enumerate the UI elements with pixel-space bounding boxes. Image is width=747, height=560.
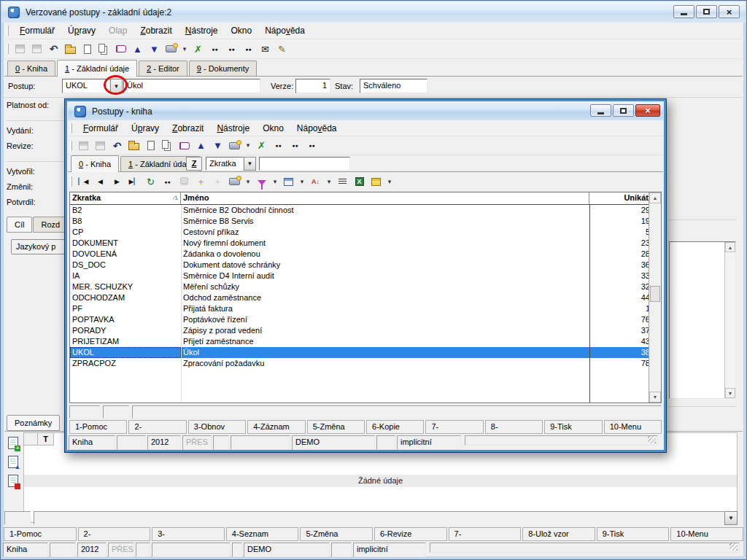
view-dropdown-icon[interactable]: ▾ <box>181 42 188 55</box>
scroll-up-icon[interactable]: ▲ <box>725 242 735 252</box>
view-icon[interactable] <box>228 175 241 188</box>
side-tab[interactable]: Cíl <box>7 217 32 233</box>
fkey-button[interactable]: 7- <box>425 420 483 434</box>
menu-item[interactable]: Formulář <box>77 120 125 136</box>
close-button[interactable] <box>719 5 740 18</box>
stamp-icon[interactable] <box>177 175 191 188</box>
table-row[interactable]: UKOL Úkol 38 <box>70 347 661 358</box>
excel-icon[interactable]: X <box>352 175 366 188</box>
language-button[interactable]: Jazykový p <box>11 239 65 254</box>
note-delete-icon[interactable] <box>8 475 18 487</box>
sort-icon[interactable]: A↓ <box>309 175 322 188</box>
menu-item[interactable]: Okno <box>256 120 290 136</box>
notes-icon[interactable]: ✎ <box>275 42 289 55</box>
excel-edit-icon[interactable]: ✗ <box>191 42 205 55</box>
filter-icon[interactable] <box>255 175 268 188</box>
save-close-icon[interactable] <box>93 139 107 152</box>
postup-name-field[interactable]: Úkol <box>123 79 260 93</box>
tab[interactable]: 0 - Kniha <box>71 155 119 172</box>
last-record-icon[interactable]: ▶▏ <box>127 175 141 188</box>
tab[interactable]: 0 - Kniha <box>7 61 55 76</box>
view-dropdown-icon[interactable]: ▾ <box>244 139 252 152</box>
scroll-up-icon[interactable]: ▲ <box>649 192 661 203</box>
table-row[interactable]: B2 Směrnice B2 Obchodní činnost 29 <box>70 205 661 216</box>
column-header-unikat[interactable]: Unikát <box>589 192 652 204</box>
move-down-icon[interactable]: ▼ <box>211 139 225 152</box>
fkey-button[interactable]: 7- <box>449 527 522 541</box>
find-icon[interactable]: ●● <box>271 139 285 152</box>
new-icon[interactable] <box>144 139 158 152</box>
fkey-button[interactable]: 2- <box>78 527 151 541</box>
note-up-icon[interactable] <box>8 456 18 468</box>
table-row[interactable]: PRIJETIZAM Přijetí zaměstnance 43 <box>70 336 661 347</box>
fkey-button[interactable]: 9-Tisk <box>544 420 602 434</box>
table-row[interactable]: CP Cestovní příkaz 5 <box>70 227 661 238</box>
side-tab[interactable]: Rozd <box>33 217 65 233</box>
table-row[interactable]: DOVOLENÁ Žádanka o dovolenou 28 <box>70 249 661 260</box>
fkey-button[interactable]: 4-Záznam <box>247 420 305 434</box>
sort-dropdown-icon[interactable]: ▾ <box>325 175 333 188</box>
menu-item[interactable]: Olap <box>102 23 133 39</box>
find-next-icon[interactable]: ●● <box>305 139 319 152</box>
bottom-combo-field[interactable] <box>34 511 724 525</box>
list-icon[interactable] <box>336 175 349 188</box>
menu-item[interactable]: Nástroje <box>210 120 256 136</box>
menu-item[interactable]: Okno <box>225 23 259 39</box>
table-scrollbar[interactable]: ▲ ▼ <box>649 192 661 402</box>
book-icon[interactable] <box>114 42 128 55</box>
filter-field-combo[interactable]: Zkratka <box>206 157 244 171</box>
first-record-icon[interactable]: ▏◀ <box>77 175 90 188</box>
find-icon[interactable]: ●● <box>208 42 222 55</box>
menu-item[interactable]: Nápověda <box>258 23 311 39</box>
close-button[interactable] <box>635 104 660 117</box>
tab[interactable]: 2 - Editor <box>139 61 187 76</box>
filter-field-dropdown[interactable]: ▼ <box>244 157 256 171</box>
menubar-grip[interactable] <box>70 123 72 133</box>
form-icon[interactable] <box>282 175 295 188</box>
menubar-grip[interactable] <box>7 26 9 36</box>
save-icon[interactable] <box>77 139 90 152</box>
fkey-button[interactable]: 2- <box>128 420 186 434</box>
z-button[interactable]: Z <box>186 157 202 171</box>
fkey-button[interactable]: 10-Menu <box>670 527 743 541</box>
move-down-icon[interactable]: ▼ <box>147 42 161 55</box>
notes-tab[interactable]: Poznámky <box>7 415 60 431</box>
column-header-zkratka[interactable]: Zkratka∕1 <box>70 192 181 204</box>
view-icon[interactable] <box>164 42 178 55</box>
toolbar-grip[interactable] <box>7 44 9 54</box>
fkey-button[interactable]: 5-Změna <box>307 420 365 434</box>
column-header-jmeno[interactable]: Jméno <box>181 192 589 204</box>
toolbar-grip[interactable] <box>70 176 72 187</box>
open-icon[interactable] <box>63 42 77 55</box>
table-dropdown-icon[interactable]: ▾ <box>386 175 393 188</box>
maximize-button[interactable] <box>696 5 717 18</box>
new-icon[interactable] <box>80 42 94 55</box>
fkey-button[interactable]: 6-Kopie <box>366 420 424 434</box>
fkey-button[interactable]: 6-Revize <box>374 527 447 541</box>
find-column-icon[interactable]: ●● <box>225 42 239 55</box>
table-row[interactable]: PF Přijatá faktura 1 <box>70 303 661 314</box>
scroll-down-icon[interactable]: ▼ <box>649 392 661 402</box>
scrollbar-thumb[interactable] <box>650 286 660 302</box>
scrollbar[interactable]: ▲ ▼ <box>724 242 735 398</box>
menu-item[interactable]: Zobrazit <box>133 23 178 39</box>
fkey-button[interactable]: 1-Pomoc <box>4 527 77 541</box>
search-input[interactable] <box>259 157 350 171</box>
postup-code-field[interactable]: UKOL <box>62 79 110 93</box>
fkey-button[interactable]: 9-Tisk <box>597 527 670 541</box>
fkey-button[interactable]: 3-Obnov <box>188 420 246 434</box>
refresh-icon[interactable]: ↻ <box>144 175 158 188</box>
table-row[interactable]: ZPRACPOZ Zpracování požadavku 78 <box>70 358 661 369</box>
fkey-button[interactable]: 5-Změna <box>300 527 373 541</box>
table-icon[interactable] <box>369 175 383 188</box>
book-icon[interactable] <box>177 139 191 152</box>
table-row[interactable]: DOKUMENT Nový firemní dokument 23 <box>70 238 661 249</box>
mail-icon[interactable]: ✉ <box>258 42 272 55</box>
tab[interactable]: 9 - Dokumenty <box>189 61 258 76</box>
toolbar-grip[interactable] <box>70 141 72 151</box>
form-dropdown-icon[interactable]: ▾ <box>298 175 306 188</box>
menu-item[interactable]: Nápověda <box>290 120 344 136</box>
move-up-icon[interactable]: ▲ <box>131 42 144 55</box>
note-add-icon[interactable] <box>8 437 18 449</box>
menu-item[interactable]: Úpravy <box>125 120 166 136</box>
